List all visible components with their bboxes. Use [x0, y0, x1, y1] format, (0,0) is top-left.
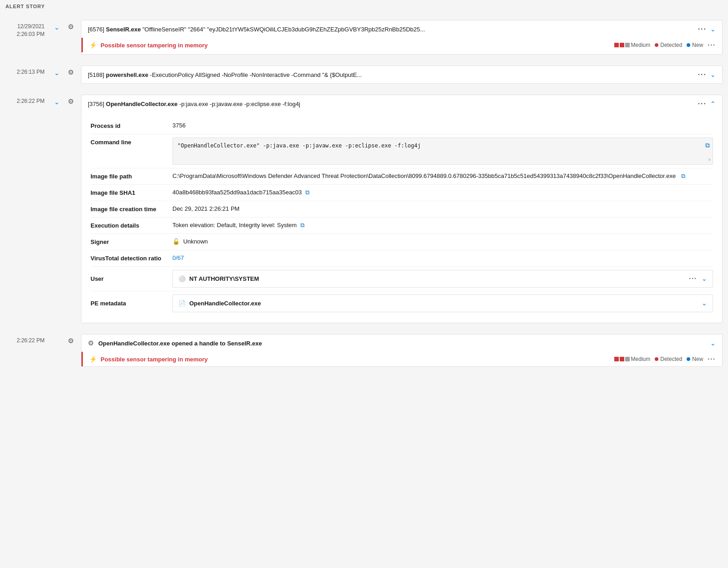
label-signer: Signer — [91, 237, 172, 246]
proc-name-2: powershell.exe — [106, 71, 148, 78]
new-label-2: New — [692, 356, 703, 362]
label-cmdline: Command line — [91, 137, 172, 147]
label-creation-time: Image file creation time — [91, 204, 172, 213]
copy-icon-execution[interactable]: ⧉ — [300, 222, 304, 228]
process-card-3: [3756] OpenHandleCollector.exe -p:java.e… — [81, 95, 723, 323]
value-path: C:\ProgramData\Microsoft\Windows Defende… — [172, 172, 713, 181]
process-header-1[interactable]: [6576] SenseIR.exe "OfflineSenseIR" "266… — [81, 20, 722, 38]
user-row-actions: ··· ⌄ — [689, 274, 707, 284]
user-chevron-down-icon[interactable]: ⌄ — [702, 274, 707, 284]
gear-button-1[interactable]: ⚙ — [68, 23, 74, 31]
copy-icon-cmdline[interactable]: ⧉ — [705, 141, 710, 150]
timeline-row-4: 2:26:22 PM ⚙ ⚙ OpenHandleCollector.exe o… — [0, 330, 728, 371]
copy-icon-path[interactable]: ⧉ — [681, 172, 685, 179]
user-expand-row[interactable]: ⚪ NT AUTHORITY\SYSTEM ··· ⌄ — [172, 270, 713, 288]
sq-4 — [614, 357, 619, 361]
label-pe: PE metadata — [91, 299, 172, 308]
severity-label-1: Medium — [631, 42, 651, 48]
handle-icon: ⚙ — [88, 339, 94, 347]
timeline-row: 12/29/2021 2:26:03 PM ⌄ ⚙ [6576] SenseIR… — [0, 16, 728, 59]
value-execution: Token elevation: Default, Integrity leve… — [172, 221, 713, 230]
gear-button-3[interactable]: ⚙ — [68, 97, 74, 106]
user-label: NT AUTHORITY\SYSTEM — [189, 274, 689, 284]
timestamp-1: 12/29/2021 2:26:03 PM — [0, 18, 50, 38]
label-user: User — [91, 274, 172, 283]
value-user: ⚪ NT AUTHORITY\SYSTEM ··· ⌄ — [172, 270, 713, 288]
gear-button-4[interactable]: ⚙ — [68, 337, 74, 345]
pe-label: OpenHandleCollector.exe — [189, 299, 702, 308]
detail-row-execution: Execution details Token elevation: Defau… — [91, 218, 713, 234]
label-sha1: Image file SHA1 — [91, 188, 172, 197]
lightning-icon-2: ⚡ — [89, 355, 97, 363]
label-virustotal: VirusTotal detection ratio — [91, 254, 172, 263]
expand-button-1[interactable]: ⌄ — [52, 23, 61, 32]
label-execution: Execution details — [91, 221, 172, 230]
handle-title: OpenHandleCollector.exe opened a handle … — [98, 340, 710, 347]
pe-expand-row[interactable]: 📄 OpenHandleCollector.exe ⌄ — [172, 294, 713, 312]
process-actions-2: ··· ⌄ — [698, 71, 716, 79]
new-status-1: New — [687, 42, 703, 48]
process-card-2: [5188] powershell.exe -ExecutionPolicy A… — [81, 66, 723, 84]
expand-button-2[interactable]: ⌄ — [52, 68, 61, 77]
sha1-text: 40a8b468bb93faa525dd9aa1dacb715aa35eac03 — [172, 189, 302, 196]
timeline-container: 12/29/2021 2:26:03 PM ⌄ ⚙ [6576] SenseIR… — [0, 13, 728, 375]
signer-text: Unknown — [183, 238, 208, 245]
alert-title-2: Possible sensor tampering in memory — [101, 356, 611, 363]
proc-name-1: SenseIR.exe — [106, 26, 141, 33]
alert-more-button-1[interactable]: ··· — [708, 41, 716, 49]
gear-col-1: ⚙ — [64, 18, 77, 31]
content-col-2: [5188] powershell.exe -ExecutionPolicy A… — [77, 64, 728, 86]
blue-dot-2 — [687, 357, 690, 361]
expand-col-3: ⌄ — [50, 93, 64, 106]
more-button-2[interactable]: ··· — [698, 71, 707, 79]
expand-button-3[interactable]: ⌄ — [52, 97, 61, 106]
virustotal-link[interactable]: 0/67 — [172, 254, 184, 261]
detail-row-pe: PE metadata 📄 OpenHandleCollector.exe ⌄ — [91, 291, 713, 315]
alert-banner-1: ⚡ Possible sensor tampering in memory Me… — [81, 38, 722, 52]
sq-5 — [620, 357, 624, 361]
user-icon: ⚪ — [178, 274, 186, 284]
more-button-3[interactable]: ··· — [698, 100, 707, 108]
value-pid: 3756 — [172, 121, 713, 130]
chevron-down-icon-2[interactable]: ⌄ — [710, 71, 716, 78]
timestamp-3: 2:26:22 PM — [0, 93, 50, 105]
process-actions-1: ··· ⌄ — [698, 25, 716, 33]
process-header-2[interactable]: [5188] powershell.exe -ExecutionPolicy A… — [81, 66, 722, 83]
more-button-1[interactable]: ··· — [698, 25, 707, 33]
chevron-up-icon-3[interactable]: ⌃ — [710, 100, 716, 107]
detail-row-signer: Signer 🔓 Unknown — [91, 234, 713, 250]
command-box: "OpenHandleCollector.exe" -p:java.exe -p… — [172, 137, 713, 165]
detail-row-pid: Process id 3756 — [91, 118, 713, 134]
value-cmdline: "OpenHandleCollector.exe" -p:java.exe -p… — [172, 137, 713, 165]
value-creation-time: Dec 29, 2021 2:26:21 PM — [172, 204, 713, 213]
timestamp-2: 2:26:13 PM — [0, 64, 50, 76]
expand-col-4 — [50, 332, 64, 337]
new-label-1: New — [692, 42, 703, 48]
detail-row-creation-time: Image file creation time Dec 29, 2021 2:… — [91, 201, 713, 218]
sq-1 — [614, 43, 619, 47]
timestamp-4: 2:26:22 PM — [0, 332, 50, 345]
detected-label-2: Detected — [660, 356, 682, 362]
process-header-3[interactable]: [3756] OpenHandleCollector.exe -p:java.e… — [81, 95, 722, 112]
severity-badge-1: Medium — [614, 42, 651, 48]
severity-squares-1 — [614, 43, 630, 47]
alert-meta-1: Medium Detected New ··· — [614, 41, 716, 49]
value-pe: 📄 OpenHandleCollector.exe ⌄ — [172, 294, 713, 312]
handle-card: ⚙ OpenHandleCollector.exe opened a handl… — [81, 334, 723, 367]
new-status-2: New — [687, 356, 703, 362]
label-path: Image file path — [91, 172, 172, 181]
value-virustotal: 0/67 — [172, 254, 713, 263]
handle-chevron-down-icon[interactable]: ⌄ — [710, 340, 716, 347]
detail-row-user: User ⚪ NT AUTHORITY\SYSTEM ··· ⌄ — [91, 267, 713, 291]
value-signer: 🔓 Unknown — [172, 237, 713, 246]
handle-header[interactable]: ⚙ OpenHandleCollector.exe opened a handl… — [81, 335, 722, 352]
command-text: "OpenHandleCollector.exe" -p:java.exe -p… — [177, 142, 421, 149]
chevron-down-icon-1[interactable]: ⌄ — [710, 25, 716, 33]
copy-icon-sha1[interactable]: ⧉ — [305, 189, 309, 196]
gear-button-2[interactable]: ⚙ — [68, 68, 74, 76]
pe-chevron-down-icon[interactable]: ⌄ — [702, 299, 707, 308]
sq-6 — [625, 357, 630, 361]
alert-more-button-2[interactable]: ··· — [708, 355, 716, 363]
user-more-button[interactable]: ··· — [689, 274, 697, 284]
timeline-row-3: 2:26:22 PM ⌄ ⚙ [3756] OpenHandleCollecto… — [0, 91, 728, 328]
